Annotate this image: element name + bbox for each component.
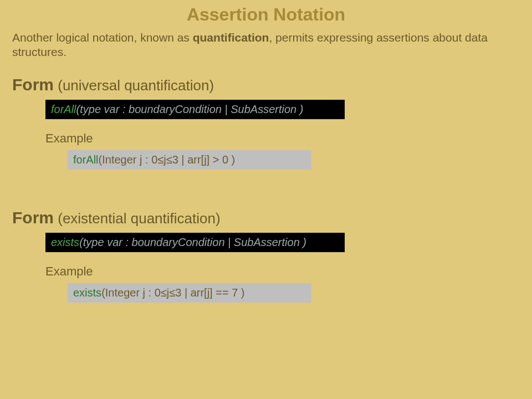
form-word-ex: Form — [12, 208, 54, 227]
keyword-forall: forAll — [51, 103, 76, 115]
section-existential: Form (existential quantification) exists… — [12, 208, 520, 303]
form-heading-existential: Form (existential quantification) — [12, 208, 520, 227]
example-box-universal: forAll(Integer j : 0≤j≤3 | arr[j] > 0 ) — [68, 150, 311, 170]
syntax-rest-universal: (type var : boundaryCondition | SubAsser… — [76, 103, 304, 115]
example-rest-universal: (Integer j : 0≤j≤3 | arr[j] > 0 ) — [99, 154, 236, 166]
keyword-forall-ex: forAll — [73, 154, 99, 166]
form-word: Form — [12, 75, 54, 94]
form-paren: (universal quantification) — [54, 77, 214, 94]
page-title: Assertion Notation — [12, 4, 520, 25]
example-label-existential: Example — [45, 264, 520, 279]
section-universal: Form (universal quantification) forAll(t… — [12, 75, 520, 170]
keyword-exists: exists — [51, 236, 79, 248]
intro-paragraph: Another logical notation, known as quant… — [12, 30, 520, 60]
form-heading-universal: Form (universal quantification) — [12, 75, 520, 94]
example-box-existential: exists(Integer j : 0≤j≤3 | arr[j] == 7 ) — [68, 283, 311, 303]
keyword-exists-ex: exists — [73, 287, 101, 299]
intro-pre: Another logical notation, known as — [12, 31, 193, 44]
syntax-box-universal: forAll(type var : boundaryCondition | Su… — [45, 100, 345, 119]
form-paren-ex: (existential quantification) — [54, 210, 221, 227]
slide: Assertion Notation Another logical notat… — [0, 0, 532, 303]
syntax-box-existential: exists(type var : boundaryCondition | Su… — [45, 233, 345, 252]
example-rest-existential: (Integer j : 0≤j≤3 | arr[j] == 7 ) — [101, 287, 244, 299]
example-label-universal: Example — [45, 131, 520, 146]
intro-bold: quantification — [193, 31, 269, 44]
syntax-rest-existential: (type var : boundaryCondition | SubAsser… — [79, 236, 306, 248]
